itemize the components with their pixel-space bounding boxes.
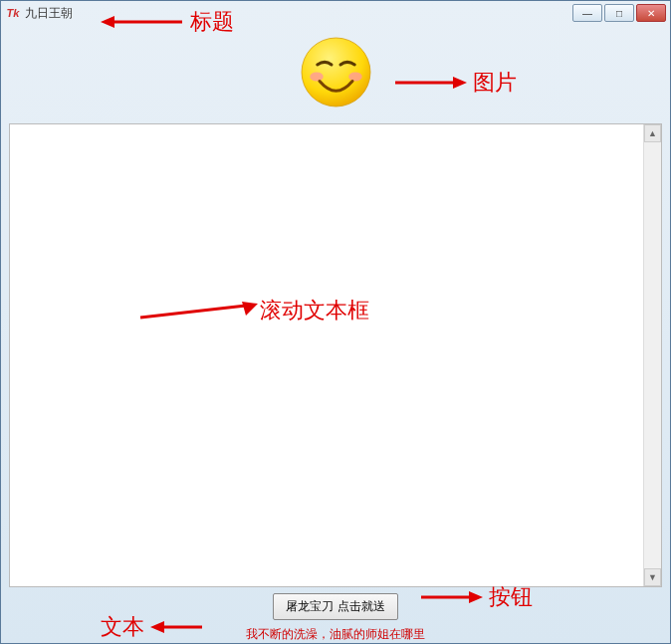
titlebar[interactable]: Tk 九日王朝 — □ ✕ (1, 1, 670, 25)
maximize-button[interactable]: □ (604, 4, 634, 22)
close-button[interactable]: ✕ (636, 4, 666, 22)
scroll-down-arrow[interactable]: ▼ (644, 568, 661, 586)
text-input[interactable] (10, 124, 643, 586)
smiling-face-icon (299, 35, 373, 109)
window-title: 九日王朝 (25, 5, 570, 22)
window-icon: Tk (5, 5, 21, 21)
bottom-area: 屠龙宝刀 点击就送 我不断的洗澡，油腻的师姐在哪里 (1, 591, 670, 643)
svg-point-1 (310, 73, 324, 82)
main-button[interactable]: 屠龙宝刀 点击就送 (273, 593, 397, 620)
application-window: Tk 九日王朝 — □ ✕ (0, 0, 671, 644)
minimize-button[interactable]: — (572, 4, 602, 22)
scroll-textbox: ▲ ▼ (9, 123, 662, 587)
svg-point-0 (302, 38, 370, 107)
window-controls: — □ ✕ (570, 4, 666, 22)
header-image-area (1, 25, 670, 119)
status-text: 我不断的洗澡，油腻的师姐在哪里 (1, 626, 670, 643)
scroll-up-arrow[interactable]: ▲ (644, 124, 661, 142)
svg-point-2 (348, 73, 362, 82)
scrollbar[interactable]: ▲ ▼ (643, 124, 661, 586)
